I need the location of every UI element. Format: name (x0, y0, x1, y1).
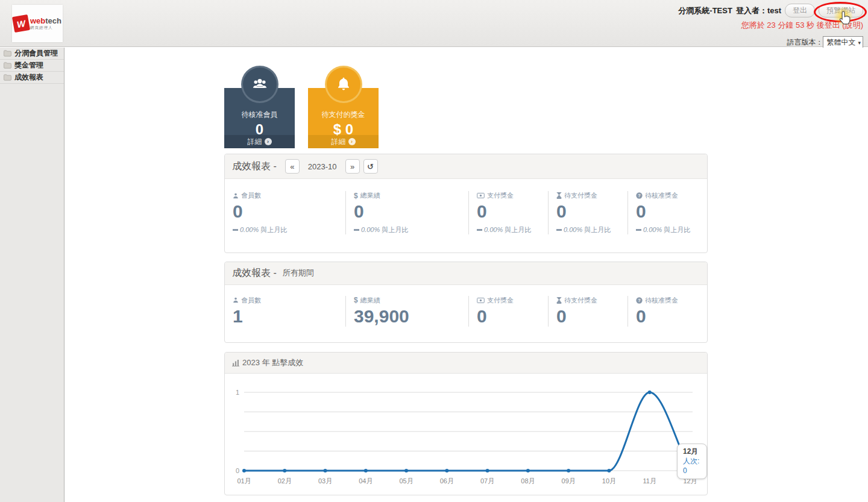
folder-icon (4, 50, 11, 57)
period-label: 所有期間 (283, 268, 314, 278)
card-detail-link[interactable]: 詳細 › (308, 135, 379, 148)
alltime-stats-row: 會員數 1 $總業績 39,900 支付獎金 0 待支付獎金 0 (225, 285, 707, 343)
logout-button[interactable]: 登出 (785, 4, 815, 17)
system-title: 分潤系統-TEST (678, 5, 732, 16)
stat-value: 0 (636, 306, 707, 327)
svg-text:?: ? (638, 193, 641, 198)
hourglass-icon (556, 297, 562, 304)
stat-value: 0 (354, 201, 468, 222)
stat-revenue: $總業績 0 0.00%與上月比 (345, 191, 468, 234)
monthly-report-header: 成效報表 - « 2023-10 » ↺ (225, 154, 707, 179)
svg-text:01月: 01月 (237, 477, 251, 485)
session-countdown-text: 您將於 23 分鐘 53 秒 後登出 (741, 20, 840, 30)
sidebar-item-bonus-management[interactable]: 獎金管理 (0, 60, 64, 72)
question-circle-icon: ? (636, 297, 643, 304)
dropdown-arrow-icon: ▾ (858, 40, 861, 46)
logo-subtitle: 網頁經理人 (30, 26, 61, 30)
pending-bonus-card[interactable]: 待支付的獎金 $ 0 詳細 › (308, 88, 379, 148)
folder-icon (4, 62, 11, 69)
card-label: 待核准會員 (224, 110, 295, 120)
sidebar-item-performance-report[interactable]: 成效報表 (0, 72, 64, 84)
users-icon (243, 67, 277, 101)
question-circle-icon: ? (636, 192, 643, 199)
session-countdown: 您將於 23 分鐘 53 秒 後登出 (說明) (741, 20, 863, 31)
svg-text:11月: 11月 (643, 477, 656, 485)
stat-value: 0 (477, 306, 548, 327)
stat-unapproved-bonus: ?待核准獎金 0 (627, 296, 707, 327)
bar-chart-icon (232, 359, 239, 366)
dash-icon (556, 229, 562, 231)
stat-value: 0 (556, 306, 627, 327)
stat-value: 0 (556, 201, 627, 222)
user-icon (233, 297, 239, 303)
dollar-icon: $ (354, 296, 358, 304)
stat-members: 會員數 1 (225, 296, 345, 327)
stat-value: 1 (233, 306, 345, 327)
panel-title: 成效報表 - (232, 267, 277, 280)
dash-icon (354, 229, 359, 231)
prev-month-button[interactable]: « (285, 159, 300, 174)
webtech-logo-icon: W (12, 14, 30, 33)
sidebar-item-member-management[interactable]: 分潤會員管理 (0, 48, 64, 60)
clicks-chart[interactable]: 0101月02月03月04月05月06月07月08月09月10月11月12月 1… (225, 374, 707, 495)
stat-members: 會員數 0 0.00%與上月比 (225, 191, 345, 234)
svg-text:0: 0 (236, 467, 239, 474)
next-month-button[interactable]: » (345, 159, 360, 174)
language-select[interactable]: 繁體中文 ▾ (823, 36, 863, 49)
dollar-icon: $ (354, 192, 358, 200)
dash-icon (477, 229, 482, 231)
clicks-chart-panel: 2023 年 點擊成效 0101月02月03月04月05月06月07月08月09… (224, 352, 708, 495)
preview-site-button[interactable]: 預覽網站 (819, 4, 863, 17)
stat-change: 0.00%與上月比 (477, 225, 548, 234)
line-chart-svg[interactable]: 0101月02月03月04月05月06月07月08月09月10月11月12月 (226, 382, 706, 489)
stat-change: 0.00%與上月比 (354, 225, 468, 234)
dash-icon (233, 229, 238, 231)
stat-change: 0.00%與上月比 (636, 225, 707, 234)
header-right: 分潤系統-TEST 登入者：test 登出 預覽網站 您將於 23 分鐘 53 … (678, 4, 863, 49)
banknote-icon (477, 193, 485, 198)
login-user: 登入者：test (736, 5, 781, 16)
clicks-chart-header: 2023 年 點擊成效 (225, 353, 707, 374)
top-header: W webtech 網頁經理人 分潤系統-TEST 登入者：test 登出 預覽… (0, 0, 868, 47)
svg-text:03月: 03月 (318, 477, 332, 485)
arrow-circle-icon: › (348, 138, 356, 145)
stat-revenue: $總業績 39,900 (345, 296, 468, 327)
period-label: 2023-10 (308, 162, 337, 171)
language-label: 語言版本： (787, 37, 823, 48)
pending-members-card[interactable]: 待核准會員 0 詳細 › (224, 88, 295, 148)
session-help-link[interactable]: (說明) (842, 20, 863, 30)
hourglass-icon (556, 192, 562, 199)
summary-cards: 待核准會員 0 詳細 › (224, 88, 708, 148)
logo-brand-web: web (30, 16, 45, 25)
stat-paid-bonus: 支付獎金 0 (468, 296, 548, 327)
webtech-logo[interactable]: W webtech 網頁經理人 (12, 5, 63, 42)
svg-text:02月: 02月 (278, 477, 292, 485)
tooltip-value: 人次: 0 (683, 456, 701, 475)
page: W webtech 網頁經理人 分潤系統-TEST 登入者：test 登出 預覽… (0, 0, 868, 502)
panel-title: 2023 年 點擊成效 (242, 357, 303, 368)
svg-text:07月: 07月 (480, 477, 494, 485)
main-content: 待核准會員 0 詳細 › (64, 48, 868, 502)
monthly-report-panel: 成效報表 - « 2023-10 » ↺ 會員數 0 0.00%與上月比 $總業… (224, 154, 708, 253)
bell-icon (327, 67, 360, 101)
stat-paid-bonus: 支付獎金 0 0.00%與上月比 (468, 191, 548, 234)
panel-title: 成效報表 - (232, 160, 277, 173)
stat-pending-bonus: 待支付獎金 0 (548, 296, 627, 327)
alltime-report-panel: 成效報表 - 所有期間 會員數 1 $總業績 39,900 支付獎金 0 (224, 262, 708, 344)
svg-text:09月: 09月 (562, 477, 576, 485)
stat-change: 0.00%與上月比 (233, 225, 345, 234)
arrow-circle-icon: › (265, 138, 272, 145)
svg-text:06月: 06月 (440, 477, 454, 485)
sidebar: 分潤會員管理 獎金管理 成效報表 (0, 48, 64, 502)
sidebar-item-label: 分潤會員管理 (14, 48, 58, 58)
stat-value: 39,900 (354, 306, 468, 327)
stat-value: 0 (477, 201, 548, 222)
chart-tooltip: 12月 人次: 0 (677, 444, 707, 479)
reset-period-button[interactable]: ↺ (363, 159, 378, 174)
card-detail-link[interactable]: 詳細 › (224, 135, 295, 148)
svg-text:05月: 05月 (399, 477, 413, 485)
sidebar-item-label: 獎金管理 (14, 60, 43, 71)
dash-icon (636, 229, 641, 231)
stat-unapproved-bonus: ?待核准獎金 0 0.00%與上月比 (627, 191, 707, 234)
svg-text:10月: 10月 (602, 477, 616, 485)
